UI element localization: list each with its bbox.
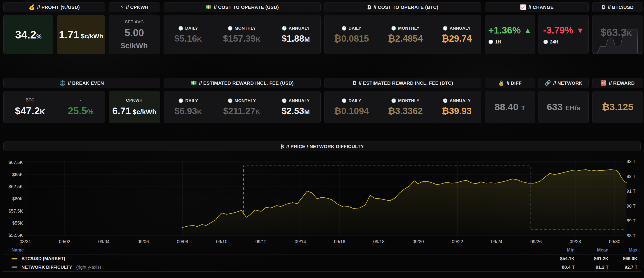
up-triangle-icon: ▲	[524, 27, 532, 34]
network-card: 633 EH/s	[538, 91, 589, 123]
est-usd-monthly: 🕐MONTHLY $211.27K	[223, 98, 260, 116]
clock-icon: 🕐	[391, 26, 396, 30]
breakeven-card: BTC $47.2K - 25.5%	[4, 91, 105, 123]
legend-header-row: Name Min Mean Max	[4, 246, 640, 254]
left-axis-tick: $57.5K	[8, 208, 23, 213]
network-value: 633 EH/s	[547, 102, 580, 112]
balance-scale-icon: ⚖️	[60, 81, 66, 86]
brick-icon: 🧱	[600, 81, 607, 86]
est-usd-annualy: 🕐ANNUALY $2.53M	[282, 98, 310, 116]
set-avg-label: SET AVG	[125, 20, 144, 25]
cost-btc-header-label: // COST TO OPERATE (BTC)	[374, 5, 438, 10]
set-avg-value: 5.00	[125, 27, 144, 39]
x-axis-tick: 09/06	[138, 239, 149, 244]
change-24h-label: 🕐24H	[543, 39, 558, 45]
x-axis-tick: 09/14	[295, 239, 306, 244]
cost-btc-annualy-value: ₿29.74	[442, 34, 472, 44]
right-axis-tick: 92 T	[626, 174, 636, 179]
dollar-banknote-icon: 💵	[206, 5, 212, 10]
left-axis-tick: $60K	[12, 196, 23, 201]
est-usd-header-bar: 💵 // ESTIMATED REWARD INCL. FEE (USD)	[164, 78, 321, 88]
x-axis-tick: 09/24	[491, 239, 502, 244]
mining-dashboard: 💰 // PROFIT (%/USD) ⚡ // CPKWH 💵 // COST…	[0, 0, 644, 278]
breakeven-pct-value: 25.5%	[68, 105, 94, 117]
change-1h-card: +1.36%▲ 🕐1H	[485, 15, 535, 54]
money-bag-icon: 💰	[29, 5, 35, 10]
profit-header-label: // PROFIT (%/USD)	[37, 5, 80, 10]
cost-usd-header-bar: 💵 // COST TO OPERATE (USD)	[164, 2, 321, 12]
clock-icon: 🕐	[488, 40, 493, 44]
row1-headers: 💰 // PROFIT (%/USD) ⚡ // CPKWH 💵 // COST…	[4, 2, 643, 12]
set-avg-cpkwh-card: SET AVG 5.00 $c/kWh	[109, 15, 160, 54]
cost-usd-daily: 🕐DAILY $5.16K	[174, 26, 202, 44]
legend-row-btcusd[interactable]: BTC/USD (MARKET) $54.1K $61.2K $66.0K	[4, 254, 640, 263]
clock-icon: 🕐	[443, 26, 448, 30]
breakeven-btc-value: $47.2K	[15, 105, 45, 117]
x-axis-tick: 09/08	[177, 239, 188, 244]
est-btc-daily-value: ₿0.1094	[334, 106, 369, 116]
est-usd-header-label: // ESTIMATED REWARD INCL. FEE (USD)	[199, 80, 294, 86]
x-axis-tick: 09/10	[216, 239, 227, 244]
lock-icon: 🔒	[498, 81, 504, 86]
clock-icon: 🕐	[228, 26, 233, 30]
right-axis-tick: 91 T	[626, 189, 636, 194]
legend-max-header: Max	[608, 247, 638, 253]
price-difficulty-chart[interactable]: $67.5K$65K$62.5K$60K$57.5K$55K$52.5K93 T…	[4, 154, 640, 244]
change-header-bar: 📈 // CHANGE	[485, 2, 589, 12]
set-avg-unit: $c/kWh	[121, 41, 148, 50]
breakeven-cpkwh-value: 6.71$c/kWh	[112, 105, 156, 116]
cost-usd-card: 🕐DAILY $5.16K 🕐MONTHLY $157.39K 🕐ANNUALY…	[164, 15, 321, 54]
legend-mean-value: 91.2 T	[575, 265, 608, 270]
legend-name-header: Name	[12, 247, 541, 253]
x-axis-tick: 08/31	[20, 239, 31, 244]
right-axis-tick: 88 T	[626, 233, 636, 238]
breakeven-header-label: // BREAK EVEN	[68, 80, 104, 86]
breakeven-cpkwh-label: CPKWH	[126, 98, 142, 103]
chart-header-bar: ₿ // PRICE / NETWORK DIFFICULTY	[4, 142, 640, 151]
cost-usd-monthly-value: $157.39K	[223, 34, 260, 44]
series-color-swatch	[12, 258, 18, 259]
legend-row-difficulty[interactable]: NETWORK DIFFICULTY (right y-axis) 88.4 T…	[4, 263, 640, 272]
clock-icon: 🕐	[282, 26, 287, 30]
btcusd-spark-card: $63.3K	[592, 15, 643, 54]
x-axis-tick: 09/30	[609, 239, 620, 244]
lightning-icon: ⚡	[120, 5, 124, 10]
network-header-bar: 🔗 // NETWORK	[538, 78, 589, 88]
clock-icon: 🕐	[342, 99, 347, 103]
chart-increasing-icon: 📈	[520, 5, 526, 10]
dollar-banknote-icon: 💵	[190, 81, 197, 86]
legend-max-value: 92.7 T	[608, 265, 638, 270]
link-icon: 🔗	[545, 81, 551, 86]
set-avg-block: SET AVG 5.00 $c/kWh	[121, 20, 148, 50]
cost-usd-daily-value: $5.16K	[174, 34, 202, 44]
clock-icon: 🕐	[178, 26, 184, 30]
clock-icon: 🕐	[543, 40, 548, 44]
left-axis-tick: $65K	[12, 172, 23, 177]
est-btc-annualy-value: ₿39.93	[442, 106, 472, 116]
bitcoin-symbol-icon: ₿	[367, 5, 371, 10]
clock-icon: 🕐	[178, 99, 184, 103]
legend-min-header: Min	[541, 247, 575, 253]
cost-btc-header-bar: ₿ // COST TO OPERATE (BTC)	[324, 2, 481, 12]
bitcoin-symbol-icon: ₿	[602, 5, 606, 10]
cost-usd-annualy: 🕐ANNUALY $1.88M	[282, 26, 310, 44]
reward-value: ₿3.125	[602, 102, 633, 112]
legend-mean-value: $61.2K	[575, 256, 608, 261]
row1-cards: 34.2% 1.71$c/kWh SET AVG 5.00 $c/kWh 🕐DA…	[4, 15, 643, 54]
clock-icon: 🕐	[228, 99, 233, 103]
x-axis-tick: 09/02	[59, 239, 70, 244]
cpkwh-header-label: // CPKWH	[126, 5, 148, 10]
clock-icon: 🕐	[443, 99, 448, 103]
x-axis-tick: 09/20	[412, 239, 424, 244]
est-usd-daily: 🕐DAILY $6.93K	[174, 98, 202, 116]
change-1h-label: 🕐1H	[488, 39, 501, 45]
btcusd-header-label: // BTC/USD	[608, 5, 634, 10]
cost-btc-daily-value: ₿0.0815	[334, 34, 369, 44]
cost-usd-header-label: // COST TO OPERATE (USD)	[214, 5, 279, 10]
x-axis-tick: 09/12	[255, 239, 267, 244]
profit-cpkwh-value: 1.71$c/kWh	[59, 29, 103, 41]
price-area-fill	[182, 170, 626, 236]
diff-card: 88.40 T	[485, 91, 535, 123]
down-triangle-icon: ▼	[576, 27, 584, 34]
est-usd-annualy-value: $2.53M	[282, 106, 310, 116]
